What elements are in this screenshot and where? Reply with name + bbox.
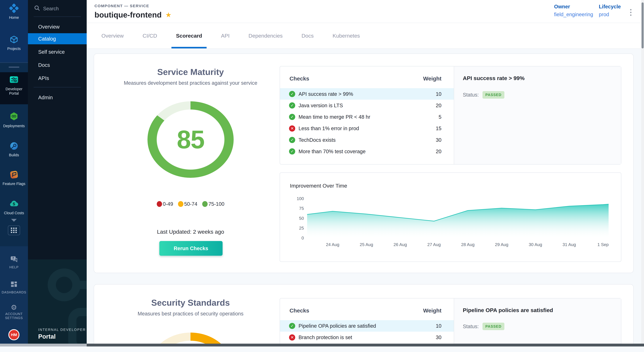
legend-dot [157, 201, 162, 207]
check-row-api-success[interactable]: ✓ API success rate > 99% 10 [280, 88, 454, 100]
cloud-costs-icon: $ [9, 199, 19, 209]
check-detail-title: Pipeline OPA policies are satisfied [463, 307, 553, 313]
sidebar-item-label: Developer Portal [1, 87, 27, 96]
last-updated-text: Last Updated: 2 weeks ago [94, 229, 287, 235]
scorecard-title: Service Maturity [94, 67, 287, 77]
sidebar-item-account-settings[interactable]: ⚙ ACCOUNT SETTINGS [0, 304, 28, 320]
tab-scorecard[interactable]: Scorecard [176, 23, 202, 48]
user-avatar-button[interactable]: HM [0, 329, 28, 340]
check-failed-icon: ✕ [289, 334, 295, 341]
circuit-pattern [28, 259, 87, 347]
scorecard-title: Security Standards [94, 298, 287, 308]
legend-item-red: 0-49 [157, 201, 173, 207]
vertical-scrollbar[interactable] [641, 0, 644, 344]
maturity-checks-panel: Checks Weight ✓ API success rate > 99% 1… [280, 66, 621, 165]
sidebar-item-admin[interactable]: Admin [28, 92, 87, 103]
x-tick-label: 26 Aug [386, 242, 414, 247]
entity-header: COMPONENT — SERVICE boutique-frontend ★ … [87, 0, 644, 23]
checks-table: Checks Weight ✓ Pipeline OPA policies ar… [280, 299, 454, 347]
gauge-score-value: 85 [148, 101, 234, 178]
sidebar-item-home[interactable]: Home [0, 3, 28, 20]
svg-text:$: $ [12, 201, 15, 206]
check-row-java-lts[interactable]: ✓ Java version is LTS 20 [280, 100, 454, 111]
y-tick-label: 50 [284, 216, 304, 221]
grid-icon [8, 225, 20, 235]
y-tick-label: 25 [284, 226, 304, 231]
status-badge: PASSED [482, 91, 504, 99]
feature-flags-icon [9, 170, 19, 180]
weight-column-header: Weight [423, 308, 442, 314]
check-row-test-coverage[interactable]: ✓ More than 70% test coverage 20 [280, 146, 454, 157]
tab-api[interactable]: API [221, 23, 230, 48]
tab-docs[interactable]: Docs [302, 23, 314, 48]
tab-kubernetes[interactable]: Kubernetes [332, 23, 360, 48]
x-tick-label: 24 Aug [318, 242, 347, 247]
check-row-opa-policies[interactable]: ✓ Pipeline OPA policies are satisfied 10 [280, 320, 454, 332]
rail-divider [0, 62, 28, 63]
chart-title: Improvement Over Time [290, 183, 347, 189]
rerun-checks-button[interactable]: Rerun Checks [159, 241, 222, 256]
rail-collapse-chevron[interactable] [0, 219, 28, 222]
status-badge: PASSED [482, 323, 504, 330]
sidebar-item-label: HELP [10, 265, 19, 269]
maturity-score-gauge: 85 [148, 101, 234, 178]
sidebar-item-apis[interactable]: APIs [28, 73, 87, 84]
x-tick-label: 27 Aug [420, 242, 448, 247]
builds-icon [9, 141, 19, 152]
sidebar-item-feature-flags[interactable]: Feature Flags [0, 170, 28, 186]
tab-cicd[interactable]: CI/CD [142, 23, 157, 48]
check-row-branch-protection[interactable]: ✕ Branch protection is set 30 [280, 332, 454, 343]
deployments-icon [9, 112, 19, 122]
sidebar-item-docs[interactable]: Docs [28, 59, 87, 70]
legend-dot [178, 201, 183, 207]
check-row-error-rate[interactable]: ✕ Less than 1% error in prod 15 [280, 123, 454, 134]
checks-table: Checks Weight ✓ API success rate > 99% 1… [280, 66, 454, 164]
x-tick-label: 30 Aug [521, 242, 550, 247]
owner-link[interactable]: field_engineering [554, 11, 593, 17]
avatar: HM [8, 329, 20, 340]
sidebar-item-catalog[interactable]: Catalog [28, 33, 87, 44]
sidebar-item-builds[interactable]: Builds [0, 141, 28, 157]
owner-label: Owner [554, 4, 593, 9]
check-detail-title: API success rate > 99% [463, 75, 524, 81]
sidebar-item-self-service[interactable]: Self service [28, 46, 87, 57]
check-passed-icon: ✓ [289, 91, 295, 97]
sidebar-item-label: Builds [9, 153, 19, 157]
x-tick-label: 31 Aug [555, 242, 584, 247]
entity-tabs: Overview CI/CD Scorecard API Dependencie… [87, 23, 644, 49]
module-picker-button[interactable] [0, 225, 28, 235]
lifecycle-link[interactable]: prod [599, 11, 621, 17]
tab-dependencies[interactable]: Dependencies [248, 23, 282, 48]
horizontal-scrollbar[interactable] [0, 344, 644, 347]
sidebar-item-label: ACCOUNT SETTINGS [1, 312, 27, 320]
sidebar-item-label: Projects [7, 46, 21, 51]
horizontal-scrollbar-thumb[interactable] [87, 344, 644, 347]
divider [34, 87, 81, 87]
scorecard-subtitle: Measures development best practices agai… [94, 80, 287, 86]
legend-item-green: 75-100 [202, 201, 224, 207]
check-failed-icon: ✕ [289, 125, 295, 132]
sidebar-item-dashboards[interactable]: DASHBOARDS [0, 281, 28, 294]
sidebar-item-projects[interactable]: Projects [0, 34, 28, 51]
sidebar-item-developer-portal[interactable]: Developer Portal [0, 75, 28, 95]
sidebar-item-label: Deployments [3, 124, 25, 128]
sidebar-item-overview[interactable]: Overview [28, 21, 87, 32]
sidebar-item-help[interactable]: ? HELP [0, 255, 28, 269]
app-window: Home Projects Developer Portal Deploymen… [0, 0, 644, 347]
y-tick-label: 100 [284, 196, 304, 201]
sidebar-item-label: Cloud Costs [4, 211, 24, 215]
search-input[interactable]: Search [28, 3, 87, 14]
tab-overview[interactable]: Overview [102, 23, 124, 48]
sidebar-item-cloud-costs[interactable]: $ Cloud Costs [0, 199, 28, 215]
dashboards-icon [10, 281, 18, 289]
favorite-star-icon[interactable]: ★ [166, 11, 172, 18]
check-passed-icon: ✓ [289, 137, 295, 143]
help-chat-icon: ? [10, 255, 18, 264]
more-options-kebab-icon[interactable] [628, 7, 633, 17]
checks-column-header: Checks [290, 308, 309, 314]
gear-icon: ⚙ [11, 304, 17, 311]
check-row-techdocs[interactable]: ✓ TechDocs exists 30 [280, 134, 454, 146]
vertical-scrollbar-thumb[interactable] [642, 2, 644, 48]
sidebar-item-deployments[interactable]: Deployments [0, 112, 28, 128]
check-row-merge-time[interactable]: ✓ Mean time to merge PR < 48 hr 5 [280, 111, 454, 123]
